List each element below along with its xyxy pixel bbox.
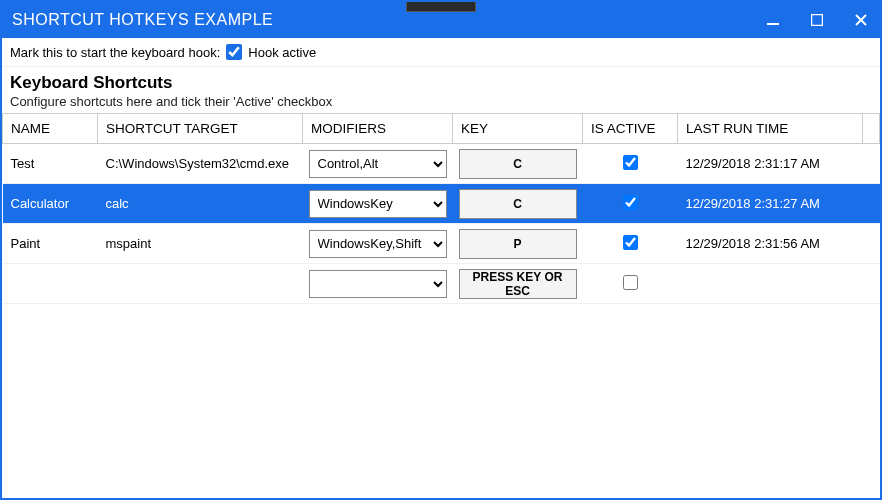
cell-modifiers (303, 264, 453, 304)
cell-tail (863, 184, 880, 224)
cell-active (583, 144, 678, 184)
active-checkbox[interactable] (623, 235, 638, 250)
svg-rect-0 (767, 23, 779, 25)
cell-target[interactable]: C:\Windows\System32\cmd.exe (98, 144, 303, 184)
close-button[interactable] (852, 11, 870, 29)
table-row-new[interactable]: PRESS KEY OR ESC (3, 264, 880, 304)
modifiers-select[interactable]: Control,Alt (309, 150, 447, 178)
cell-tail (863, 264, 880, 304)
window-controls (764, 11, 870, 29)
table-row[interactable]: PaintmspaintWindowsKey,ShiftP12/29/2018 … (3, 224, 880, 264)
col-modifiers[interactable]: MODIFIERS (303, 114, 453, 144)
col-target[interactable]: SHORTCUT TARGET (98, 114, 303, 144)
maximize-button[interactable] (808, 11, 826, 29)
hook-checkbox[interactable] (226, 44, 242, 60)
cell-modifiers: WindowsKey,Shift (303, 224, 453, 264)
cell-name[interactable]: Test (3, 144, 98, 184)
cell-active (583, 184, 678, 224)
cell-target[interactable]: calc (98, 184, 303, 224)
modifiers-select[interactable] (309, 270, 447, 298)
cell-key: PRESS KEY OR ESC (453, 264, 583, 304)
window-title: SHORTCUT HOTKEYS EXAMPLE (12, 11, 273, 29)
col-tail (863, 114, 880, 144)
cell-target[interactable] (98, 264, 303, 304)
titlebar-grip (406, 2, 476, 12)
cell-active (583, 224, 678, 264)
cell-time: 12/29/2018 2:31:56 AM (678, 224, 863, 264)
minimize-icon (767, 14, 779, 26)
cell-time (678, 264, 863, 304)
active-checkbox[interactable] (623, 195, 638, 210)
key-button[interactable]: P (459, 229, 577, 259)
shortcuts-grid: NAME SHORTCUT TARGET MODIFIERS KEY IS AC… (2, 113, 880, 498)
key-button[interactable]: PRESS KEY OR ESC (459, 269, 577, 299)
cell-tail (863, 224, 880, 264)
cell-time: 12/29/2018 2:31:17 AM (678, 144, 863, 184)
cell-name[interactable]: Paint (3, 224, 98, 264)
hook-label: Mark this to start the keyboard hook: (10, 45, 220, 60)
cell-name[interactable] (3, 264, 98, 304)
cell-modifiers: Control,Alt (303, 144, 453, 184)
section-heading: Keyboard Shortcuts (10, 73, 872, 93)
hook-status: Hook active (248, 45, 316, 60)
col-name[interactable]: NAME (3, 114, 98, 144)
key-button[interactable]: C (459, 189, 577, 219)
svg-rect-1 (812, 15, 823, 26)
cell-modifiers: WindowsKey (303, 184, 453, 224)
table-row[interactable]: CalculatorcalcWindowsKeyC12/29/2018 2:31… (3, 184, 880, 224)
minimize-button[interactable] (764, 11, 782, 29)
active-checkbox[interactable] (623, 275, 638, 290)
maximize-icon (811, 14, 823, 26)
col-key[interactable]: KEY (453, 114, 583, 144)
shortcuts-table: NAME SHORTCUT TARGET MODIFIERS KEY IS AC… (2, 113, 880, 304)
key-button[interactable]: C (459, 149, 577, 179)
active-checkbox[interactable] (623, 155, 638, 170)
header-row: NAME SHORTCUT TARGET MODIFIERS KEY IS AC… (3, 114, 880, 144)
app-window: SHORTCUT HOTKEYS EXAMPLE Mark this to st… (0, 0, 882, 500)
col-active[interactable]: IS ACTIVE (583, 114, 678, 144)
modifiers-select[interactable]: WindowsKey,Shift (309, 230, 447, 258)
modifiers-select[interactable]: WindowsKey (309, 190, 447, 218)
cell-key: C (453, 144, 583, 184)
cell-target[interactable]: mspaint (98, 224, 303, 264)
close-icon (855, 14, 867, 26)
section-header: Keyboard Shortcuts Configure shortcuts h… (2, 67, 880, 113)
section-subtext: Configure shortcuts here and tick their … (10, 94, 872, 109)
cell-time: 12/29/2018 2:31:27 AM (678, 184, 863, 224)
cell-active (583, 264, 678, 304)
hook-row: Mark this to start the keyboard hook: Ho… (2, 38, 880, 67)
col-time[interactable]: LAST RUN TIME (678, 114, 863, 144)
cell-name[interactable]: Calculator (3, 184, 98, 224)
titlebar[interactable]: SHORTCUT HOTKEYS EXAMPLE (2, 2, 880, 38)
cell-key: C (453, 184, 583, 224)
cell-key: P (453, 224, 583, 264)
table-row[interactable]: TestC:\Windows\System32\cmd.exeControl,A… (3, 144, 880, 184)
cell-tail (863, 144, 880, 184)
